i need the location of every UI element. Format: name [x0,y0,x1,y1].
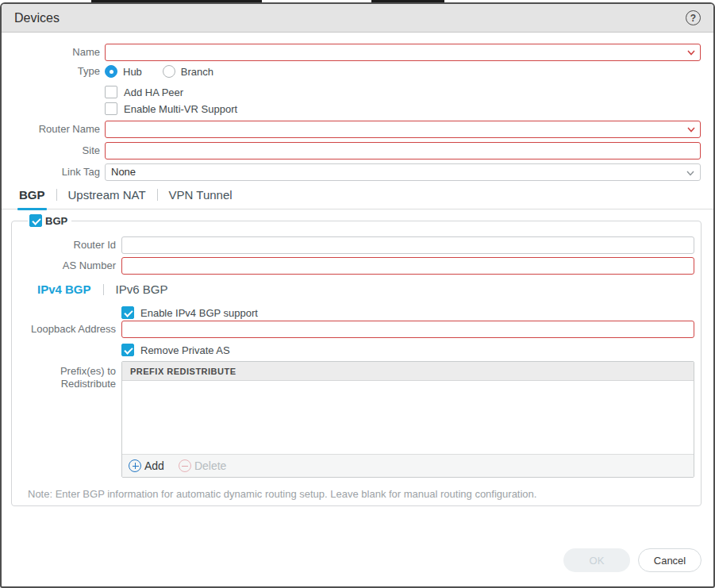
link-tag-row: Link Tag None [2,163,713,181]
add-button[interactable]: Add [129,459,164,472]
prefix-redistribute-table: PREFIX REDISTRIBUTE Add Delete [121,361,694,478]
tab-separator [56,189,57,201]
cancel-button[interactable]: Cancel [638,548,702,572]
link-tag-value: None [111,166,136,178]
enable-ipv4-row: Enable IPv4 BGP support [23,306,694,319]
delete-button[interactable]: Delete [179,459,226,472]
hub-label: Hub [123,66,142,78]
dialog-title: Devices [14,11,60,25]
loopback-field [121,321,694,338]
enable-ipv4-label: Enable IPv4 BGP support [140,307,258,319]
delete-button-label: Delete [194,459,226,472]
chevron-down-icon[interactable] [686,168,695,178]
add-ha-peer-label: Add HA Peer [124,86,183,98]
table-body-empty[interactable] [122,381,694,454]
name-input[interactable] [105,44,701,61]
add-ha-peer-option[interactable]: Add HA Peer [105,86,713,98]
site-input[interactable] [105,142,701,159]
bgp-subtab-bar: IPv4 BGP IPv6 BGP [37,282,694,296]
bgp-enable-checkbox[interactable] [29,214,42,227]
checkbox-unchecked-icon[interactable] [105,102,117,115]
checkbox-unchecked-icon[interactable] [105,86,117,98]
add-ha-peer-row: Add HA Peer [2,86,713,98]
dialog-body: Name Type Hub Branch [2,33,713,548]
router-id-row: Router Id [23,236,694,254]
remove-private-as-row: Remove Private AS [23,344,694,356]
router-name-label: Router Name [2,124,100,136]
table-toolbar: Add Delete [122,454,694,477]
tab-separator [157,189,158,201]
table-header-prefix-redistribute: PREFIX REDISTRIBUTE [122,362,694,381]
prefix-redistribute-row: Prefix(es) to Redistribute PREFIX REDIST… [23,361,694,478]
router-name-input[interactable] [105,121,701,138]
name-combobox [105,44,701,61]
branch-label: Branch [181,66,213,78]
type-radio-group: Hub Branch [105,65,701,78]
bgp-group: BGP Router Id AS Number [11,214,702,506]
dialog-titlebar: Devices ? [2,4,713,33]
loopback-input[interactable] [121,321,694,338]
minus-circle-icon [179,459,191,472]
type-label: Type [2,66,100,78]
bgp-note: Note: Enter BGP information for automati… [28,488,694,500]
type-row: Type Hub Branch [2,65,713,78]
ok-button[interactable]: OK [563,548,630,572]
type-option-branch[interactable]: Branch [163,65,213,78]
type-option-hub[interactable]: Hub [105,65,142,78]
chevron-down-icon[interactable] [686,125,696,134]
dialog-footer: OK Cancel [2,548,713,586]
as-number-row: AS Number [23,257,694,275]
loopback-row: Loopback Address [23,321,694,338]
add-button-label: Add [144,459,164,472]
router-id-label: Router Id [23,240,116,252]
as-number-label: AS Number [23,260,116,272]
site-label: Site [2,145,100,157]
as-number-field [121,257,694,275]
bgp-legend-label: BGP [45,215,67,227]
name-label: Name [2,47,100,59]
router-id-input[interactable] [121,236,694,254]
checkbox-checked-icon[interactable] [121,306,134,319]
loopback-label: Loopback Address [23,324,116,336]
radio-selected-icon[interactable] [105,65,117,78]
bgp-group-legend: BGP [28,214,71,227]
multivr-option[interactable]: Enable Multi-VR Support [105,102,713,115]
site-row: Site [2,142,713,159]
tab-upstream-nat[interactable]: Upstream NAT [68,188,146,209]
checkbox-checked-icon[interactable] [121,344,134,356]
devices-dialog: Devices ? Name Type Hub [0,2,715,588]
site-field [105,142,701,159]
help-icon[interactable]: ? [686,10,701,25]
tab-vpn-tunnel[interactable]: VPN Tunnel [169,188,233,209]
link-tag-label: Link Tag [2,167,100,179]
chevron-down-icon[interactable] [686,48,696,57]
remove-private-as-label: Remove Private AS [140,344,230,356]
tab-bgp[interactable]: BGP [19,188,45,209]
remove-private-as-option[interactable]: Remove Private AS [121,344,694,356]
link-tag-select[interactable]: None [105,163,701,181]
name-row: Name [2,44,713,61]
tab-bar: BGP Upstream NAT VPN Tunnel [2,187,713,209]
radio-unselected-icon[interactable] [163,65,175,78]
multivr-row: Enable Multi-VR Support [2,102,713,115]
subtab-separator [103,284,104,295]
router-name-combobox [105,121,701,138]
link-tag-select-wrap: None [105,163,701,181]
prefix-redistribute-label: Prefix(es) to Redistribute [23,361,116,390]
router-name-row: Router Name [2,121,713,138]
plus-circle-icon [129,459,141,472]
subtab-ipv6-bgp[interactable]: IPv6 BGP [116,282,168,296]
screen: Devices ? Name Type Hub [0,0,715,588]
enable-ipv4-option[interactable]: Enable IPv4 BGP support [121,306,694,319]
subtab-ipv4-bgp[interactable]: IPv4 BGP [37,282,91,296]
as-number-input[interactable] [121,257,694,275]
multivr-label: Enable Multi-VR Support [124,103,237,115]
router-id-field [121,236,694,254]
